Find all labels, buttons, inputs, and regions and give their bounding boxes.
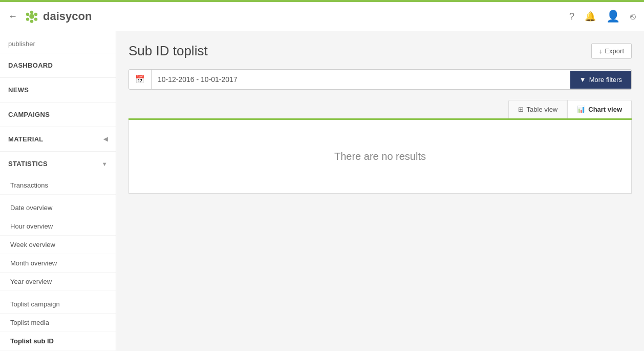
- svg-point-0: [30, 11, 33, 14]
- sidebar-item-statistics[interactable]: STATISTICS ▼: [0, 152, 116, 176]
- sidebar-sub-hour-overview[interactable]: Hour overview: [0, 217, 116, 236]
- topbar: ← daisycon ? 🔔 👤 ⎋: [0, 0, 644, 31]
- sidebar-sub-toplist-campaign[interactable]: Toplist campaign: [0, 295, 116, 314]
- statistics-chevron-icon: ▼: [102, 161, 108, 167]
- svg-point-1: [34, 13, 37, 16]
- sidebar-sub-transactions[interactable]: Transactions: [0, 176, 116, 195]
- main-content: Sub ID toplist ↓ Export 📅 ▼ More filters…: [116, 31, 644, 351]
- filter-icon: ▼: [579, 76, 586, 84]
- filter-bar: 📅 ▼ More filters: [128, 69, 632, 90]
- sidebar-publisher: publisher: [0, 31, 116, 53]
- sidebar-sub-toplist-media[interactable]: Toplist media: [0, 314, 116, 332]
- back-button[interactable]: ←: [8, 11, 17, 22]
- logo-icon: [24, 8, 40, 25]
- sidebar-item-campaigns-label: CAMPAIGNS: [8, 111, 50, 118]
- main-layout: publisher DASHBOARD NEWS CAMPAIGNS MATER…: [0, 31, 644, 351]
- sidebar-item-dashboard-label: DASHBOARD: [8, 61, 53, 69]
- empty-results-message: There are no results: [334, 151, 426, 162]
- more-filters-label: More filters: [589, 76, 622, 84]
- export-label: Export: [605, 47, 624, 55]
- chart-view-icon: 📊: [577, 106, 585, 113]
- table-view-icon: ⊞: [518, 106, 524, 113]
- export-button[interactable]: ↓ Export: [591, 43, 632, 59]
- help-icon[interactable]: ?: [569, 11, 574, 22]
- sidebar: publisher DASHBOARD NEWS CAMPAIGNS MATER…: [0, 31, 116, 351]
- sidebar-item-news[interactable]: NEWS: [0, 78, 116, 102]
- svg-point-5: [26, 13, 29, 16]
- chart-view-label: Chart view: [588, 106, 622, 113]
- back-icon: ←: [8, 11, 17, 22]
- sidebar-sub-month-overview[interactable]: Month overview: [0, 254, 116, 273]
- svg-point-6: [29, 14, 34, 19]
- sidebar-item-material-label: MATERIAL: [8, 135, 44, 143]
- sidebar-sub-date-overview[interactable]: Date overview: [0, 199, 116, 217]
- svg-point-2: [34, 17, 37, 20]
- sidebar-sub-year-overview[interactable]: Year overview: [0, 273, 116, 291]
- more-filters-button[interactable]: ▼ More filters: [570, 71, 631, 89]
- table-view-label: Table view: [527, 106, 558, 113]
- tab-table-view[interactable]: ⊞ Table view: [508, 100, 568, 118]
- sidebar-item-material[interactable]: MATERIAL ◀: [0, 127, 116, 152]
- announce-icon[interactable]: 🔔: [585, 11, 596, 22]
- view-tabs: ⊞ Table view 📊 Chart view: [128, 100, 632, 120]
- user-avatar[interactable]: 👤: [606, 10, 620, 23]
- results-area: There are no results: [128, 120, 632, 194]
- svg-point-3: [30, 19, 33, 23]
- page-title: Sub ID toplist: [128, 43, 208, 59]
- calendar-icon: 📅: [129, 70, 152, 89]
- sidebar-item-campaigns[interactable]: CAMPAIGNS: [0, 102, 116, 127]
- sidebar-item-news-label: NEWS: [8, 86, 29, 94]
- date-range-input[interactable]: [152, 70, 570, 89]
- sidebar-sub-week-overview[interactable]: Week overview: [0, 236, 116, 254]
- sidebar-item-dashboard[interactable]: DASHBOARD: [0, 53, 116, 78]
- logout-icon[interactable]: ⎋: [630, 11, 636, 22]
- topbar-left: ← daisycon: [8, 8, 92, 25]
- page-header: Sub ID toplist ↓ Export: [128, 43, 632, 59]
- material-chevron-icon: ◀: [103, 136, 108, 142]
- svg-point-4: [26, 17, 29, 20]
- export-icon: ↓: [599, 47, 603, 55]
- logo-text: daisycon: [43, 10, 92, 23]
- logo: daisycon: [24, 8, 92, 25]
- topbar-right: ? 🔔 👤 ⎋: [569, 10, 636, 23]
- sidebar-item-statistics-label: STATISTICS: [8, 160, 48, 168]
- sidebar-sub-toplist-sub-id[interactable]: Toplist sub ID: [0, 332, 116, 350]
- tab-chart-view[interactable]: 📊 Chart view: [567, 100, 632, 118]
